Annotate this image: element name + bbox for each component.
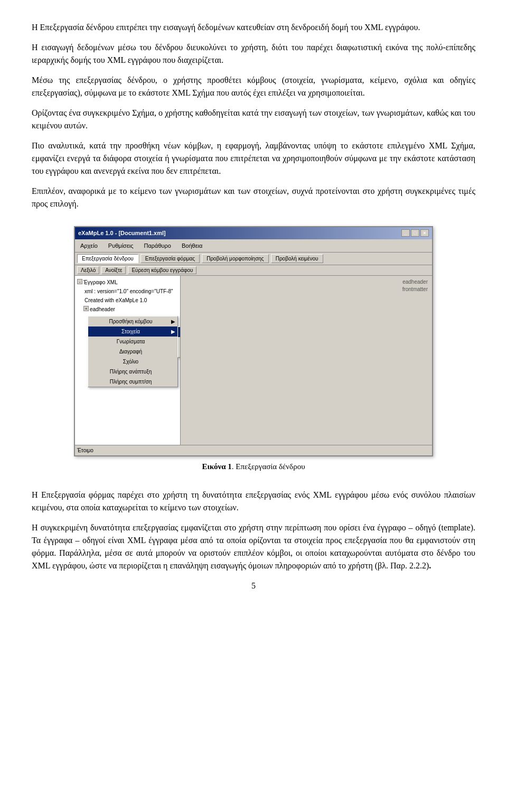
context-menu[interactable]: Προσθήκη κόμβου▶ Στοιχεία▶ eadheader▶ Π … <box>88 316 178 387</box>
tree-comment-label: Created with eXaMpLe 1.0 <box>84 296 147 304</box>
tree-node-xml[interactable]: xml : version="1.0" encoding="UTF-8" <box>83 287 178 296</box>
tree-xml-label: xml : version="1.0" encoding="UTF-8" <box>84 287 173 295</box>
tree-ead-label: eadheader <box>90 305 115 313</box>
ctx-expand-all[interactable]: Πλήρης ανάπτυξη <box>88 367 177 377</box>
app-title: eXaMpLe 1.0 - [Document1.xml] <box>78 229 166 238</box>
figure-caption-text: . Επεξεργασία δένδρου <box>232 462 305 471</box>
tree-panel[interactable]: - Έγγραφο XML xml : version="1.0" encodi… <box>75 276 181 445</box>
tab-text-view[interactable]: Προβολή κειμένου <box>271 254 323 263</box>
tab-tree-edit[interactable]: Επεξεργασία δένδρου <box>77 254 138 263</box>
minimize-button[interactable]: _ <box>401 229 410 237</box>
figure-label: Εικόνα 1 <box>202 462 231 471</box>
menu-window[interactable]: Παράθυρο <box>141 240 174 251</box>
title-bar: eXaMpLe 1.0 - [Document1.xml] _ □ × <box>75 227 432 239</box>
eadheader-label: eadheader <box>402 278 428 286</box>
ctx-collapse-all[interactable]: Πλήρης συμπτ/ση <box>88 377 177 387</box>
paragraph-2: Η εισαγωγή δεδομένων μέσω του δένδρου δι… <box>32 41 475 67</box>
app-body: - Έγγραφο XML xml : version="1.0" encodi… <box>75 276 432 445</box>
paragraph-4: Ορίζοντας ένα συγκεκριμένο Σχήμα, ο χρήσ… <box>32 107 475 132</box>
ctx-delete[interactable]: Διαγραφή <box>88 347 177 357</box>
sub-label: frontmatter <box>402 285 428 293</box>
tree-root[interactable]: - Έγγραφο XML <box>77 278 178 287</box>
window-controls[interactable]: _ □ × <box>401 229 429 237</box>
tree-children: xml : version="1.0" encoding="UTF-8" Cre… <box>83 287 178 314</box>
toolbar-row2: Λεξιλό Ανοίξτε Εύρεση κόμβου εγγράφου <box>75 265 432 276</box>
paragraph-3: Μέσω της επεξεργασίας δένδρου, ο χρήστης… <box>32 74 475 99</box>
status-text: Έτοιμο <box>77 446 93 454</box>
tab-form-edit[interactable]: Επεξεργασία φόρμας <box>140 254 200 263</box>
tree-root-label: Έγγραφο XML <box>83 278 118 286</box>
menu-help[interactable]: Βοήθεια <box>179 240 205 251</box>
ctx-attributes[interactable]: Γνωρίσματα <box>88 337 177 347</box>
tree-toggle-ead[interactable]: + <box>83 306 89 311</box>
context-menu-area: Προσθήκη κόμβου▶ Στοιχεία▶ eadheader▶ Π … <box>88 316 178 387</box>
menu-file[interactable]: Αρχείο <box>77 240 101 251</box>
status-bar: Έτοιμο <box>75 445 432 455</box>
menu-settings[interactable]: Ρυθμίσεις <box>105 240 137 251</box>
find-node-button[interactable]: Εύρεση κόμβου εγγράφου <box>128 266 196 274</box>
tree-node-comment[interactable]: Created with eXaMpLe 1.0 <box>83 296 178 305</box>
maximize-button[interactable]: □ <box>411 229 419 237</box>
tree-node-ead[interactable]: + eadheader <box>83 305 178 314</box>
ctx-elements[interactable]: Στοιχεία▶ eadheader▶ Π | Προσθήκη αδελφο… <box>88 326 177 337</box>
main-panel: eadheader frontmatter <box>181 276 432 445</box>
main-content: Η Επεξεργασία δένδρου επιτρέπει την εισα… <box>32 21 475 572</box>
ctx-comment[interactable]: Σχόλιο <box>88 357 177 367</box>
paragraph-6: Επιπλέον, αναφορικά με το κείμενο των γν… <box>32 185 475 210</box>
open-button[interactable]: Ανοίξτε <box>101 266 126 274</box>
close-button[interactable]: × <box>420 229 429 237</box>
paragraph-5: Πιο αναλυτικά, κατά την προσθήκη νέων κό… <box>32 139 475 178</box>
paragraph-7: Η Επεξεργασία φόρμας παρέχει στο χρήστη … <box>32 489 475 514</box>
menu-bar: Αρχείο Ρυθμίσεις Παράθυρο Βοήθεια <box>75 239 432 253</box>
figure-1: eXaMpLe 1.0 - [Document1.xml] _ □ × Αρχε… <box>32 226 475 473</box>
app-screenshot: eXaMpLe 1.0 - [Document1.xml] _ □ × Αρχε… <box>74 226 433 456</box>
tab-format-view[interactable]: Προβολή μορφοποίησης <box>202 254 269 263</box>
page-number: 5 <box>32 580 475 592</box>
tree-toggle-root[interactable]: - <box>77 279 82 284</box>
paragraph-8: Η συγκεκριμένη δυνατότητα επεξεργασίας ε… <box>32 521 475 572</box>
ctx-add-node[interactable]: Προσθήκη κόμβου▶ <box>88 316 177 326</box>
tab-toolbar: Επεξεργασία δένδρου Επεξεργασία φόρμας Π… <box>75 253 432 265</box>
figure-caption: Εικόνα 1. Επεξεργασία δένδρου <box>32 461 475 473</box>
lexicon-button[interactable]: Λεξιλό <box>77 266 99 274</box>
paragraph-1: Η Επεξεργασία δένδρου επιτρέπει την εισα… <box>32 21 475 34</box>
